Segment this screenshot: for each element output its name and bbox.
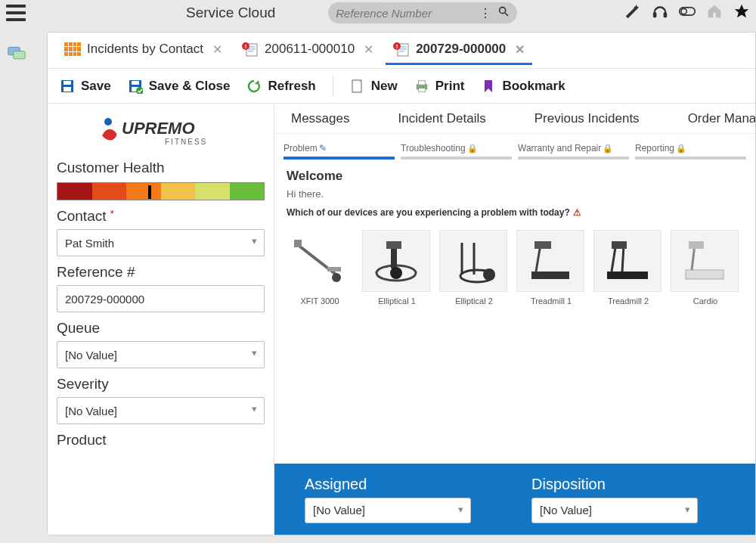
tab-label: 200611-000010 [265, 42, 355, 57]
wizard-step-problem[interactable]: Problem✎ [284, 143, 395, 160]
app-title: Service Cloud [186, 5, 275, 21]
save-label: Save [81, 79, 111, 94]
bookmark-button[interactable]: Bookmark [481, 79, 565, 94]
incident-icon: ! [393, 42, 410, 57]
device-label: XFIT 3000 [285, 296, 355, 306]
svg-rect-10 [248, 48, 256, 50]
disposition-select[interactable]: [No Value] [531, 498, 698, 523]
subtab-incident-details[interactable]: Incident Details [384, 105, 499, 132]
severity-select[interactable]: [No Value] [57, 397, 265, 424]
svg-rect-17 [399, 51, 404, 52]
svg-rect-11 [248, 51, 253, 52]
search-options-icon[interactable]: ⋮ [479, 6, 491, 20]
wizard-steps: Problem✎ Troubleshooting🔒 Warranty and R… [274, 134, 755, 163]
grid-icon [64, 42, 81, 56]
tab-incident-2[interactable]: ! 200729-000000 ✕ [386, 36, 532, 65]
svg-rect-55 [689, 241, 704, 249]
record-toolbar: Save Save & Close Refresh New Print Book… [48, 69, 755, 104]
device-elliptical-1[interactable]: Elliptical 1 [362, 230, 432, 306]
queue-select[interactable]: [No Value] [57, 341, 265, 368]
toggle-icon[interactable] [679, 3, 696, 23]
device-xfit-3000[interactable]: XFIT 3000 [285, 230, 355, 306]
pencil-icon: ✎ [319, 143, 327, 154]
reference-input[interactable] [57, 285, 265, 312]
guide-heading: Welcome [287, 169, 743, 184]
svg-point-0 [500, 8, 506, 14]
hamburger-menu-icon[interactable] [6, 5, 26, 21]
reference-search[interactable]: ⋮ [328, 2, 517, 23]
warning-icon: ⚠ [573, 207, 581, 218]
svg-rect-52 [612, 241, 627, 249]
incident-icon: ! [242, 42, 259, 57]
subtab-order-management[interactable]: Order Manag [674, 105, 755, 132]
close-icon[interactable]: ✕ [212, 42, 222, 57]
tab-incidents-by-contact[interactable]: Incidents by Contact ✕ [57, 36, 230, 65]
search-icon[interactable] [497, 5, 510, 20]
wizard-step-troubleshooting[interactable]: Troubleshooting🔒 [401, 143, 512, 160]
queue-label: Queue [57, 320, 265, 337]
guide-question: Which of our devices are you experiencin… [287, 207, 743, 218]
svg-rect-53 [686, 270, 723, 279]
product-label: Product [57, 432, 265, 448]
chat-icon[interactable] [8, 45, 26, 65]
new-label: New [371, 79, 398, 94]
tab-incident-1[interactable]: ! 200611-000010 ✕ [234, 36, 381, 65]
svg-line-1 [505, 13, 508, 16]
svg-rect-21 [64, 81, 71, 85]
refresh-button[interactable]: Refresh [246, 79, 315, 94]
reference-label: Reference # [57, 264, 265, 281]
svg-point-41 [390, 267, 402, 279]
customer-health-meter [57, 182, 265, 200]
save-close-label: Save & Close [149, 79, 231, 94]
tab-label: 200729-000000 [416, 42, 506, 57]
device-elliptical-2[interactable]: Elliptical 2 [439, 230, 509, 306]
contact-select[interactable]: Pat Smith [57, 229, 265, 256]
magic-wand-icon[interactable] [624, 3, 641, 23]
svg-rect-7 [14, 51, 25, 59]
tab-label: Incidents by Contact [87, 42, 203, 57]
svg-rect-40 [386, 241, 401, 249]
device-cardio[interactable]: Cardio [671, 230, 740, 306]
svg-point-45 [483, 268, 495, 281]
lock-icon: 🔒 [603, 144, 613, 153]
print-button[interactable]: Print [414, 79, 465, 94]
customer-health-label: Customer Health [57, 160, 265, 176]
record-side-panel: UPREMO FITNESS Customer Health Contact *… [48, 104, 274, 535]
save-button[interactable]: Save [60, 79, 111, 94]
refresh-label: Refresh [268, 79, 315, 94]
svg-rect-2 [653, 12, 657, 17]
required-indicator: * [110, 208, 114, 219]
assigned-select[interactable]: [No Value] [305, 498, 471, 523]
toolbar-divider [333, 76, 333, 97]
guide-panel: Welcome Hi there. Which of our devices a… [274, 163, 755, 227]
svg-rect-46 [531, 272, 569, 279]
disposition-label: Disposition [531, 476, 698, 493]
new-button[interactable]: New [350, 79, 398, 94]
svg-point-5 [681, 8, 686, 14]
close-icon[interactable]: ✕ [515, 42, 525, 57]
headphones-icon[interactable] [652, 3, 668, 23]
save-close-button[interactable]: Save & Close [128, 79, 231, 94]
reference-search-input[interactable] [336, 7, 464, 20]
main-panel: Incidents by Contact ✕ ! 200611-000010 ✕… [47, 32, 756, 535]
device-treadmill-1[interactable]: Treadmill 1 [516, 230, 586, 306]
device-label: Treadmill 2 [593, 296, 663, 306]
subtab-messages[interactable]: Messages [277, 105, 363, 132]
home-icon[interactable] [706, 3, 723, 23]
assignment-bar: Assigned [No Value] Disposition [No Valu… [274, 464, 755, 535]
device-treadmill-2[interactable]: Treadmill 2 [593, 230, 663, 306]
close-icon[interactable]: ✕ [364, 42, 373, 57]
bookmark-label: Bookmark [502, 79, 565, 94]
svg-rect-22 [64, 87, 71, 92]
svg-text:!: ! [396, 43, 398, 50]
device-picker: XFIT 3000 Elliptical 1 Elliptical 2 Trea… [274, 227, 755, 310]
svg-rect-29 [418, 80, 425, 84]
subtab-previous-incidents[interactable]: Previous Incidents [521, 105, 653, 132]
severity-label: Severity [57, 376, 265, 393]
svg-point-36 [332, 273, 341, 282]
wizard-step-reporting[interactable]: Reporting🔒 [635, 143, 746, 160]
star-icon[interactable] [733, 3, 750, 23]
wizard-step-warranty[interactable]: Warranty and Repair🔒 [518, 143, 629, 160]
record-main-panel: Messages Incident Details Previous Incid… [274, 104, 755, 535]
svg-rect-30 [418, 88, 425, 92]
